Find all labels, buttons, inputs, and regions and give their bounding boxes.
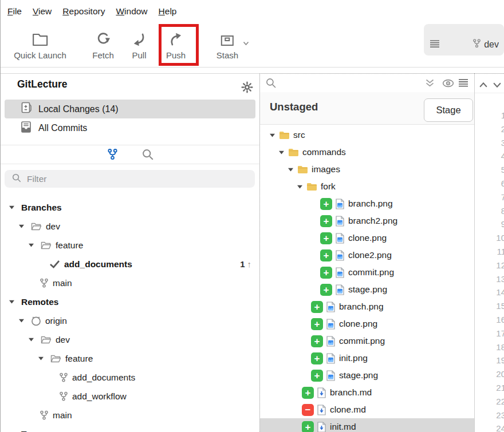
stash-dropdown-chevron-icon[interactable]: [243, 38, 249, 48]
added-status-badge[interactable]: +: [311, 335, 323, 347]
sidebar-tree-row-dev[interactable]: dev: [0, 217, 259, 236]
chevron-up-icon[interactable]: [479, 80, 488, 90]
chevron-down-icon[interactable]: [493, 80, 502, 90]
file-tree-folder-images[interactable]: images: [260, 161, 474, 178]
file-tree-row-init-png[interactable]: +init.png: [260, 350, 474, 367]
sidebar-tree-row-main[interactable]: main: [0, 406, 259, 425]
tree-label: Tags: [21, 429, 41, 432]
diff-line-number: 13: [483, 274, 504, 284]
sidebar-tree-row-add-workflow[interactable]: add_workflow: [0, 387, 259, 406]
added-status-badge[interactable]: +: [302, 387, 314, 399]
image-file-icon: [326, 370, 335, 381]
double-chevron-down-icon[interactable]: [425, 79, 435, 89]
file-tree-row-clone2-png[interactable]: +clone2.png: [260, 247, 474, 264]
folder-icon: [288, 148, 299, 157]
sidebar-tree-row-remotes[interactable]: Remotes: [0, 292, 259, 311]
expander-triangle-icon[interactable]: [9, 205, 21, 209]
current-branch-name: dev: [484, 39, 499, 50]
menu-window[interactable]: Window: [116, 6, 147, 17]
sidebar-tree-row-branches[interactable]: Branches: [0, 198, 259, 217]
fetch-button[interactable]: Fetch: [92, 27, 114, 60]
added-status-badge[interactable]: +: [302, 421, 314, 432]
expander-triangle-icon[interactable]: [19, 319, 31, 323]
added-status-badge[interactable]: +: [320, 215, 332, 227]
menu-file[interactable]: File: [7, 6, 22, 17]
file-tree-row-init-md[interactable]: +init.md: [260, 418, 474, 432]
added-status-badge[interactable]: +: [311, 352, 323, 364]
file-tree-row-commit-png[interactable]: +commit.png: [260, 264, 474, 281]
added-status-badge[interactable]: +: [320, 284, 332, 296]
sidebar-tree-row-feature[interactable]: feature: [0, 349, 259, 368]
added-status-badge[interactable]: +: [320, 232, 332, 244]
file-label: branch.md: [330, 387, 372, 398]
expander-triangle-icon[interactable]: [297, 185, 306, 189]
gear-icon[interactable]: [241, 81, 253, 96]
diff-line-number: 21: [483, 383, 504, 393]
filter-input[interactable]: [26, 173, 200, 185]
file-label: init.png: [339, 353, 368, 363]
file-tree-row-branch-md[interactable]: +branch.md: [260, 384, 474, 401]
image-file-icon: [336, 199, 344, 209]
menu-help[interactable]: Help: [159, 6, 177, 17]
tree-label: origin: [45, 316, 67, 326]
added-status-badge[interactable]: +: [320, 249, 332, 261]
sidebar-tree-row-add-documents[interactable]: add_documents1↑: [0, 255, 259, 274]
search-icon[interactable]: [266, 78, 276, 90]
file-tree-row-commit-png[interactable]: +commit.png: [260, 332, 474, 350]
eye-icon[interactable]: [442, 79, 454, 90]
file-tree-row-branch2-png[interactable]: +branch2.png: [260, 212, 474, 229]
folder-icon: [297, 165, 308, 174]
added-status-badge[interactable]: +: [320, 198, 332, 210]
push-button[interactable]: Push: [166, 27, 186, 60]
tab-branches-branch-icon[interactable]: [107, 148, 118, 163]
pull-button[interactable]: Pull: [131, 27, 148, 60]
file-tree-folder-src[interactable]: src: [260, 126, 474, 144]
justify-lines-icon[interactable]: [458, 78, 468, 89]
file-tree-folder-fork[interactable]: fork: [260, 178, 474, 195]
expander-triangle-icon[interactable]: [29, 243, 41, 247]
diff-line-number: 5: [483, 165, 504, 175]
expander-triangle-icon[interactable]: [270, 133, 279, 137]
stage-button[interactable]: Stage: [424, 98, 473, 122]
expander-triangle-icon[interactable]: [288, 168, 297, 172]
file-tree-row-stage-png[interactable]: +stage.png: [260, 281, 474, 298]
filter-box[interactable]: [5, 170, 255, 188]
file-tree-row-clone-md[interactable]: −clone.md: [260, 401, 474, 418]
deleted-status-badge[interactable]: −: [302, 404, 314, 416]
file-tree-row-stage-png[interactable]: +stage.png: [260, 367, 474, 384]
expander-triangle-icon[interactable]: [279, 150, 288, 154]
sidebar-item-local-changes[interactable]: Local Changes (14): [5, 100, 255, 118]
sidebar-tree-row-feature[interactable]: feature: [0, 236, 259, 255]
expander-triangle-icon[interactable]: [29, 338, 41, 342]
stash-button[interactable]: Stash: [216, 27, 238, 60]
tree-label: add_documents: [64, 259, 132, 269]
file-label: clone.png: [348, 233, 387, 243]
file-tree-row-clone-png[interactable]: +clone.png: [260, 229, 474, 247]
sidebar-tree-row-add-documents[interactable]: add_documents: [0, 368, 259, 387]
file-tree-row-branch-png[interactable]: +branch.png: [260, 195, 474, 212]
image-file-icon: [336, 216, 344, 227]
sidebar-tree-row-main[interactable]: main: [0, 274, 259, 292]
added-status-badge[interactable]: +: [311, 301, 323, 313]
diff-line-number: 1: [483, 110, 504, 120]
added-status-badge[interactable]: +: [320, 267, 332, 279]
sidebar-tree-row-dev[interactable]: dev: [0, 330, 259, 349]
quick-launch-button[interactable]: Quick Launch: [14, 27, 66, 60]
menu-view[interactable]: View: [33, 6, 52, 17]
file-tree-folder-commands[interactable]: commands: [260, 144, 474, 161]
sidebar-item-all-commits[interactable]: All Commits: [5, 118, 255, 137]
unstaged-title: Unstaged: [270, 101, 318, 113]
expander-triangle-icon[interactable]: [19, 224, 31, 228]
unstaged-panel: Unstaged Stage srccommandsimagesfork+bra…: [259, 73, 474, 432]
added-status-badge[interactable]: +: [311, 370, 323, 382]
sidebar-tree-row-origin[interactable]: origin: [0, 311, 259, 330]
expander-triangle-icon[interactable]: [38, 356, 50, 360]
menu-repository[interactable]: Repository: [62, 6, 105, 17]
tab-search-icon[interactable]: [142, 149, 153, 163]
commit-branch-widget[interactable]: dev: [424, 24, 504, 56]
expander-triangle-icon[interactable]: [9, 300, 21, 304]
file-tree-row-clone-png[interactable]: +clone.png: [260, 315, 474, 332]
file-tree-row-branch-png[interactable]: +branch.png: [260, 298, 474, 315]
sidebar-tree-row-tags[interactable]: Tags: [0, 425, 259, 432]
added-status-badge[interactable]: +: [311, 318, 323, 330]
